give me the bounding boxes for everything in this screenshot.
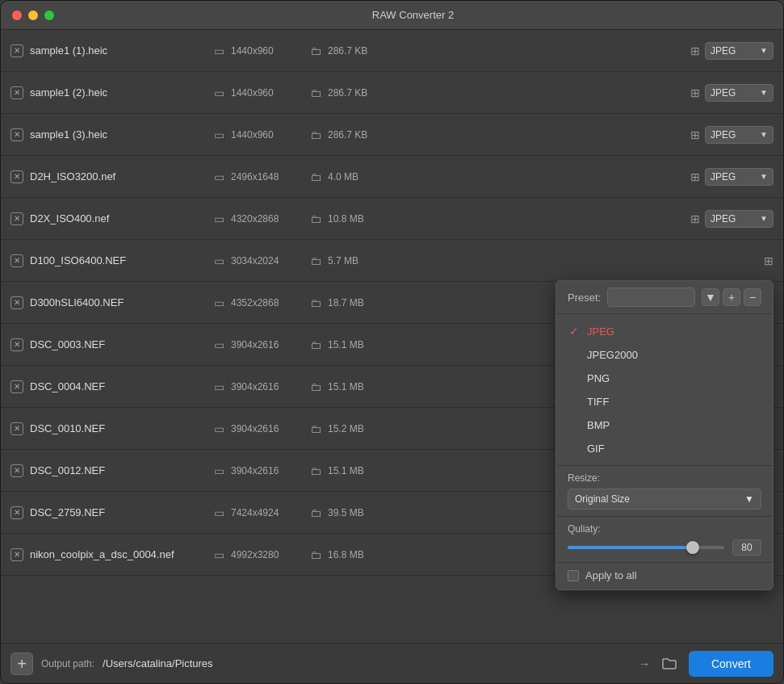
resize-section: Resize: Original Size ▼	[556, 465, 773, 516]
dropdown-arrow-3: ▼	[760, 130, 768, 139]
checkmark-icon: ✓	[569, 325, 581, 338]
format-icon-5: ⊞	[690, 212, 700, 225]
quality-row: 80	[568, 539, 761, 556]
format-label-3: JPEG	[711, 129, 755, 141]
file-checkbox-5[interactable]: ✕	[10, 212, 23, 225]
file-checkbox-4[interactable]: ✕	[10, 170, 23, 183]
file-checkbox-2[interactable]: ✕	[10, 86, 23, 99]
close-button[interactable]	[12, 10, 22, 20]
minimize-button[interactable]	[28, 10, 38, 20]
resize-dropdown-arrow: ▼	[744, 493, 754, 505]
table-row: ✕ D2X_ISO400.nef ▭ 4320x2868 🗀 10.8 MB ⊞…	[1, 198, 783, 240]
file-size-1: 286.7 KB	[328, 45, 392, 57]
format-dropdown-4[interactable]: JPEG ▼	[705, 168, 774, 186]
file-dims-10: 3904x2616	[231, 423, 304, 434]
file-name-4: D2H_ISO3200.nef	[30, 170, 208, 183]
resize-dropdown-row: Original Size ▼	[568, 489, 761, 510]
format-popup: Preset: ▼ + − ✓ JPEG JPEG2000 PNG TIFF	[556, 280, 774, 590]
size-icon-5: 🗀	[310, 212, 321, 225]
file-dims-2: 1440x960	[231, 87, 304, 99]
apply-all-checkbox[interactable]	[568, 570, 579, 581]
dims-icon-7: ▭	[214, 296, 224, 309]
table-row: ✕ D100_ISO6400.NEF ▭ 3034x2024 🗀 5.7 MB …	[1, 240, 783, 282]
format-option-png[interactable]: PNG	[556, 367, 773, 390]
convert-button[interactable]: Convert	[689, 651, 774, 677]
size-icon-3: 🗀	[310, 128, 321, 141]
file-checkbox-9[interactable]: ✕	[10, 380, 23, 393]
resize-value: Original Size	[575, 493, 630, 505]
dims-icon-2: ▭	[214, 86, 224, 99]
size-icon-4: 🗀	[310, 170, 321, 183]
dims-icon-6: ▭	[214, 254, 224, 267]
quality-section: Quliaty: 80	[556, 516, 773, 562]
size-icon-1: 🗀	[310, 44, 321, 57]
file-name-7: D300hSLI6400.NEF	[30, 296, 208, 308]
dropdown-arrow-2: ▼	[760, 88, 768, 97]
file-dims-3: 1440x960	[231, 129, 304, 141]
size-icon-9: 🗀	[310, 380, 321, 393]
size-icon-6: 🗀	[310, 254, 321, 267]
file-format-area-6: ⊞	[764, 254, 774, 267]
file-checkbox-10[interactable]: ✕	[10, 422, 23, 435]
file-name-6: D100_ISO6400.NEF	[30, 254, 208, 266]
format-option-jpeg2000[interactable]: JPEG2000	[556, 343, 773, 367]
preset-row: Preset: ▼ + −	[556, 281, 773, 314]
file-name-12: DSC_2759.NEF	[30, 506, 208, 518]
file-checkbox-13[interactable]: ✕	[10, 548, 23, 561]
file-format-area-3: ⊞ JPEG ▼	[690, 126, 774, 144]
file-checkbox-1[interactable]: ✕	[10, 44, 23, 57]
file-size-5: 10.8 MB	[328, 213, 392, 225]
size-icon-8: 🗀	[310, 338, 321, 351]
file-name-13: nikon_coolpix_a_dsc_0004.nef	[30, 548, 208, 560]
quality-value[interactable]: 80	[732, 539, 761, 556]
file-checkbox-8[interactable]: ✕	[10, 338, 23, 351]
file-checkbox-3[interactable]: ✕	[10, 128, 23, 141]
file-checkbox-7[interactable]: ✕	[10, 296, 23, 309]
format-dropdown-3[interactable]: JPEG ▼	[705, 126, 774, 144]
file-name-11: DSC_0012.NEF	[30, 464, 208, 476]
output-path-value: /Users/catalina/Pictures	[103, 657, 631, 669]
format-dropdown-5[interactable]: JPEG ▼	[705, 210, 774, 228]
resize-dropdown[interactable]: Original Size ▼	[568, 489, 761, 510]
dims-icon-13: ▭	[214, 548, 224, 561]
file-dims-4: 2496x1648	[231, 171, 304, 183]
add-file-button[interactable]: +	[10, 653, 33, 675]
file-checkbox-11[interactable]: ✕	[10, 464, 23, 477]
format-option-label-tiff: TIFF	[587, 396, 609, 408]
file-dims-13: 4992x3280	[231, 549, 304, 560]
quality-slider-container	[568, 539, 724, 556]
output-arrow-icon: →	[639, 657, 650, 670]
output-path-label: Output path:	[41, 658, 94, 669]
file-name-2: sample1 (2).heic	[30, 86, 208, 99]
dropdown-arrow-4: ▼	[760, 172, 768, 181]
size-icon-10: 🗀	[310, 422, 321, 435]
apply-all-label: Apply to all	[585, 569, 637, 581]
dims-icon-12: ▭	[214, 506, 224, 519]
format-option-jpeg[interactable]: ✓ JPEG	[556, 319, 773, 343]
dims-icon-5: ▭	[214, 212, 224, 225]
format-dropdown-2[interactable]: JPEG ▼	[705, 84, 774, 102]
remove-preset-button[interactable]: −	[744, 288, 761, 306]
file-dims-11: 3904x2616	[231, 465, 304, 476]
format-option-tiff[interactable]: TIFF	[556, 390, 773, 413]
format-label-1: JPEG	[711, 45, 755, 57]
browse-folder-button[interactable]	[658, 653, 681, 675]
format-dropdown-1[interactable]: JPEG ▼	[705, 42, 774, 60]
bottom-bar: + Output path: /Users/catalina/Pictures …	[1, 643, 783, 683]
format-option-gif[interactable]: GIF	[556, 437, 773, 460]
preset-dropdown-toggle[interactable]: ▼	[702, 288, 719, 306]
format-option-bmp[interactable]: BMP	[556, 413, 773, 437]
file-checkbox-6[interactable]: ✕	[10, 254, 23, 267]
file-size-6: 5.7 MB	[328, 255, 392, 266]
quality-thumb[interactable]	[686, 541, 699, 554]
preset-dropdown[interactable]	[607, 287, 695, 307]
resize-label: Resize:	[568, 472, 761, 484]
file-checkbox-12[interactable]: ✕	[10, 506, 23, 519]
file-format-area-5: ⊞ JPEG ▼	[690, 210, 774, 228]
format-option-label-jpeg: JPEG	[587, 325, 614, 338]
size-icon-2: 🗀	[310, 86, 321, 99]
add-preset-button[interactable]: +	[723, 288, 740, 306]
format-option-label-jpeg2000: JPEG2000	[587, 349, 638, 361]
maximize-button[interactable]	[44, 10, 54, 20]
file-size-10: 15.2 MB	[328, 423, 392, 434]
